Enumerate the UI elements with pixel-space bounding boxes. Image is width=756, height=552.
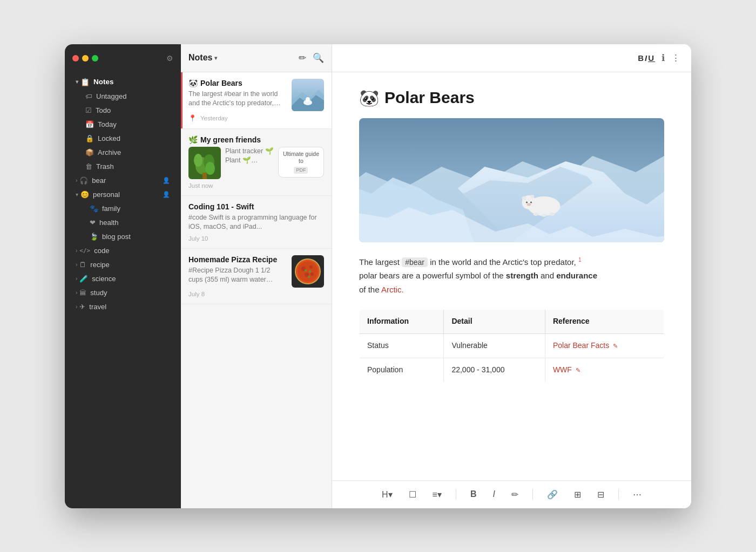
arctic-link[interactable]: Arctic.	[381, 285, 404, 294]
note-item-pizza[interactable]: Homemade Pizza Recipe #Recipe Pizza Doug…	[181, 249, 332, 304]
note-item-coding[interactable]: Coding 101 - Swift #code Swift is a prog…	[181, 196, 332, 249]
maximize-button[interactable]	[92, 55, 98, 62]
sidebar-item-todo[interactable]: ☑ Todo	[68, 104, 178, 117]
note-item-polar-bears[interactable]: 🐼 Polar Bears The largest #bear in the w…	[181, 72, 332, 129]
table-cell-detail-2: 22,000 - 31,000	[444, 358, 545, 382]
editor-content[interactable]: 🐼 Polar Bears	[332, 72, 691, 480]
link-button[interactable]: 🔗	[543, 487, 562, 502]
bold-label[interactable]: B	[638, 53, 645, 63]
note-thumbnail-plants	[188, 147, 221, 179]
minimize-button[interactable]	[82, 55, 89, 62]
underline-label[interactable]: U	[648, 53, 655, 63]
notes-list-title[interactable]: Notes ▾	[188, 53, 217, 63]
sidebar-group-science[interactable]: › 🧪 science	[68, 272, 178, 285]
svg-point-30	[530, 195, 534, 198]
svg-point-20	[309, 270, 311, 272]
sidebar-item-today[interactable]: 📅 Today	[68, 118, 178, 131]
sidebar-item-untagged[interactable]: 🏷 Untagged	[68, 90, 178, 103]
note-item-date: 📍 Yesterday	[188, 114, 324, 122]
image-button[interactable]: ⊟	[593, 487, 609, 502]
note-thumbnail-polar	[292, 79, 324, 111]
sidebar-group-study[interactable]: › 🏛 study	[68, 286, 178, 299]
blog-icon: 🍃	[90, 233, 98, 241]
sidebar-group-label: code	[94, 247, 109, 255]
notes-list-body: 🐼 Polar Bears The largest #bear in the w…	[181, 72, 332, 508]
sidebar-group-label: science	[92, 275, 116, 283]
calendar-icon: 📅	[85, 120, 94, 128]
table-header-row: Information Detail Reference	[360, 310, 664, 334]
note-item-preview: #Recipe Pizza Dough 1 1/2 cups (355 ml) …	[188, 266, 286, 285]
pdf-badge: PDF	[294, 167, 308, 174]
bold-endurance: endurance	[556, 271, 597, 280]
sidebar-item-label: Trash	[96, 162, 114, 171]
sidebar-group-recipe[interactable]: › 🗒 recipe	[68, 258, 178, 271]
study-icon: 🏛	[79, 289, 86, 297]
svg-point-34	[534, 213, 539, 216]
body-paragraph-3: of the Arctic.	[359, 283, 664, 297]
note-item-preview: The largest #bear in the world and the A…	[188, 90, 286, 108]
body-paragraph-2: polar bears are a powerful symbol of the…	[359, 269, 664, 283]
note-title-text: Polar Bears	[200, 79, 242, 87]
svg-point-16	[309, 265, 313, 269]
heading-button[interactable]: H▾	[377, 487, 397, 502]
settings-icon[interactable]: ⚙	[166, 54, 173, 63]
note-thumbnail-pizza	[292, 255, 324, 288]
bold-button[interactable]: B	[466, 487, 481, 501]
more-tools-button[interactable]: ⋯	[629, 487, 646, 502]
code-icon: </>	[79, 247, 90, 254]
svg-point-21	[308, 276, 310, 278]
science-icon: 🧪	[79, 275, 88, 283]
svg-point-33	[527, 203, 531, 206]
note-item-title: 🐼 Polar Bears	[188, 79, 286, 87]
sidebar-item-health[interactable]: ❤ health	[68, 216, 178, 229]
table-cell-ref-2[interactable]: WWF ✎	[545, 358, 664, 382]
sidebar-item-blog-post[interactable]: 🍃 blog post	[68, 230, 178, 243]
chevron-right-icon: ›	[76, 262, 77, 268]
sidebar-group-travel[interactable]: › ✈ travel	[68, 300, 178, 314]
search-icon[interactable]: 🔍	[313, 52, 324, 64]
body-text-after: in the world and the Arctic's top predat…	[430, 257, 576, 267]
list-button[interactable]: ≡▾	[428, 487, 446, 502]
table-button[interactable]: ⊞	[570, 487, 585, 502]
svg-point-14	[298, 261, 318, 282]
note-item-green-friends[interactable]: 🌿 My green friends	[181, 129, 332, 196]
close-button[interactable]	[72, 55, 79, 62]
sidebar-item-locked[interactable]: 🔒 Locked	[68, 132, 178, 145]
highlight-button[interactable]: ✏	[507, 487, 523, 502]
new-note-icon[interactable]: ✏	[299, 52, 306, 64]
notes-list-actions: ✏ 🔍	[299, 52, 324, 64]
info-icon[interactable]: ℹ	[662, 52, 665, 64]
sidebar-item-family[interactable]: 🐾 family	[68, 202, 178, 215]
toolbar-separator	[618, 489, 619, 500]
notes-icon: 📋	[80, 78, 90, 86]
sidebar-group-code[interactable]: › </> code	[68, 244, 178, 257]
sidebar-group-personal[interactable]: ▾ 😊 personal 👤	[68, 188, 178, 201]
sidebar-item-trash[interactable]: 🗑 Trash	[68, 160, 178, 173]
sidebar-notes-label: Notes	[93, 78, 114, 86]
sidebar: ⚙ ▾ 📋 Notes 🏷 Untagged ☑ Todo 📅 Today	[65, 44, 181, 508]
italic-button[interactable]: I	[489, 487, 500, 501]
sidebar-item-label: blog post	[102, 233, 131, 241]
more-options-icon[interactable]: ⋮	[671, 52, 680, 64]
table-header-reference: Reference	[545, 310, 664, 334]
edit-icon: ✎	[613, 343, 618, 349]
sidebar-group-bear[interactable]: › 🎧 bear 👤	[68, 174, 178, 187]
traffic-lights	[72, 55, 98, 62]
svg-point-4	[306, 97, 310, 101]
title-text: Polar Bears	[384, 88, 475, 107]
sidebar-item-label: Locked	[98, 134, 120, 142]
editor-bottom-toolbar: H▾ ☐ ≡▾ B I ✏ 🔗 ⊞ ⊟ ⋯	[332, 480, 691, 508]
notes-list-header: Notes ▾ ✏ 🔍	[181, 44, 332, 72]
sidebar-notes-section[interactable]: ▾ 📋 Notes	[68, 75, 178, 89]
tag-icon: 🏷	[85, 92, 92, 100]
sidebar-item-archive[interactable]: 📦 Archive	[68, 146, 178, 159]
notes-list-panel: Notes ▾ ✏ 🔍 🐼 Polar Bears The largest #b…	[181, 44, 332, 508]
svg-point-18	[310, 272, 314, 276]
notes-title-text: Notes	[188, 53, 212, 63]
note-emoji: 🌿	[188, 135, 198, 144]
checkbox-button[interactable]: ☐	[404, 487, 421, 502]
checkbox-icon: ☑	[85, 106, 92, 114]
health-icon: ❤	[90, 219, 96, 227]
table-cell-ref-1[interactable]: Polar Bear Facts ✎	[545, 334, 664, 358]
title-emoji: 🐼	[359, 88, 379, 107]
